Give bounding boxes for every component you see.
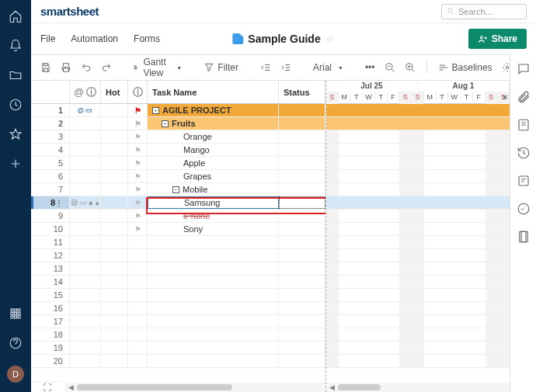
- avatar[interactable]: D: [7, 366, 24, 383]
- row-icons[interactable]: @ ▭ ∎ ▴: [70, 196, 101, 209]
- row-icons[interactable]: [70, 210, 101, 222]
- cell-task[interactable]: [148, 236, 279, 248]
- row-number[interactable]: 6: [31, 170, 70, 182]
- flag-cell[interactable]: [128, 289, 148, 301]
- cell-hot[interactable]: [101, 276, 128, 288]
- indent-button[interactable]: [277, 59, 294, 76]
- share-button[interactable]: Share: [468, 29, 527, 49]
- row-icons[interactable]: [70, 276, 101, 288]
- gantt-row[interactable]: [326, 104, 510, 117]
- cell-task[interactable]: [148, 328, 279, 341]
- cell-status[interactable]: [279, 315, 325, 328]
- cell-status[interactable]: [279, 210, 325, 222]
- flag-cell[interactable]: ⚑: [128, 223, 148, 235]
- h-scrollbar-right[interactable]: ◀: [326, 383, 510, 392]
- h-scrollbar-left[interactable]: ◀: [65, 383, 325, 392]
- table-row[interactable]: 20: [31, 355, 325, 368]
- flag-cell[interactable]: [128, 355, 148, 367]
- row-number[interactable]: 10: [31, 223, 70, 235]
- gantt-body[interactable]: [326, 104, 510, 368]
- row-number[interactable]: 19: [31, 342, 70, 354]
- table-row[interactable]: 5⚑Apple: [31, 157, 325, 170]
- gantt-row[interactable]: [326, 196, 510, 210]
- attachments-icon[interactable]: [517, 90, 531, 104]
- table-row[interactable]: 10⚑Sony: [31, 223, 325, 236]
- history-icon[interactable]: [517, 146, 531, 160]
- cell-status[interactable]: [279, 144, 325, 156]
- cell-task[interactable]: [148, 342, 279, 354]
- menu-file[interactable]: File: [40, 33, 55, 44]
- flag-cell[interactable]: ⚑: [128, 157, 148, 169]
- row-icons[interactable]: [70, 262, 101, 275]
- flag-cell[interactable]: [128, 236, 148, 248]
- row-number[interactable]: 5: [31, 157, 70, 169]
- gantt-row[interactable]: [326, 249, 510, 262]
- cell-task[interactable]: -AGILE PROJECT: [148, 104, 279, 116]
- gantt-row[interactable]: [326, 144, 510, 157]
- cell-hot[interactable]: [101, 315, 128, 328]
- row-number[interactable]: 2: [31, 117, 70, 130]
- row-icons[interactable]: [70, 223, 101, 235]
- gantt-row[interactable]: [326, 302, 510, 315]
- row-icons[interactable]: [70, 355, 101, 367]
- flag-cell[interactable]: ⚑: [128, 210, 148, 222]
- help-icon[interactable]: [9, 336, 23, 350]
- row-icons[interactable]: @ ▭: [70, 104, 101, 116]
- table-row[interactable]: 3⚑Orange: [31, 130, 325, 144]
- cell-status[interactable]: [279, 262, 325, 275]
- flag-cell[interactable]: ⚑: [128, 117, 148, 130]
- row-icons[interactable]: [70, 315, 101, 328]
- gantt-row[interactable]: [326, 328, 510, 342]
- more-button[interactable]: •••: [362, 59, 378, 76]
- cell-hot[interactable]: [101, 117, 128, 130]
- home-icon[interactable]: [9, 9, 23, 23]
- cell-hot[interactable]: [101, 223, 128, 235]
- cell-task[interactable]: [148, 302, 279, 314]
- gantt-row[interactable]: [326, 183, 510, 196]
- flag-cell[interactable]: ⚑: [128, 144, 148, 156]
- cell-task[interactable]: -Fruits: [148, 117, 279, 130]
- cell-task[interactable]: Grapes: [148, 170, 279, 182]
- menu-automation[interactable]: Automation: [71, 33, 118, 44]
- cell-task[interactable]: -Mobile: [148, 183, 279, 196]
- cell-task[interactable]: [148, 249, 279, 262]
- cell-hot[interactable]: [101, 183, 128, 196]
- gantt-row[interactable]: [326, 276, 510, 289]
- gantt-row[interactable]: [326, 315, 510, 328]
- gantt-row[interactable]: [326, 210, 510, 223]
- flag-cell[interactable]: ⚑: [128, 130, 148, 143]
- row-number[interactable]: 8 ⋮: [31, 196, 70, 209]
- recent-icon[interactable]: [9, 98, 23, 112]
- gantt-row[interactable]: [326, 117, 510, 130]
- cell-status[interactable]: [279, 289, 325, 301]
- cell-task[interactable]: Mango: [148, 144, 279, 156]
- undo-button[interactable]: [78, 59, 95, 76]
- cell-status[interactable]: [279, 117, 325, 130]
- cell-status[interactable]: [279, 130, 325, 143]
- save-button[interactable]: [37, 59, 54, 76]
- table-row[interactable]: 12: [31, 249, 325, 262]
- row-number[interactable]: 18: [31, 328, 70, 341]
- table-row[interactable]: 7⚑-Mobile: [31, 183, 325, 196]
- apps-icon[interactable]: [9, 307, 23, 321]
- cell-status[interactable]: [279, 157, 325, 169]
- row-icons[interactable]: [70, 249, 101, 262]
- cell-hot[interactable]: [101, 328, 128, 341]
- status-header[interactable]: Status: [279, 81, 325, 103]
- flag-cell[interactable]: ⚑: [128, 170, 148, 182]
- hot-header[interactable]: Hot: [101, 81, 128, 103]
- task-header[interactable]: Task Name: [148, 81, 279, 103]
- row-number[interactable]: 1: [31, 104, 70, 116]
- gantt-row[interactable]: [326, 130, 510, 144]
- flag-cell[interactable]: [128, 315, 148, 328]
- gantt-row[interactable]: [326, 236, 510, 249]
- cell-hot[interactable]: [101, 262, 128, 275]
- table-row[interactable]: 4⚑Mango: [31, 144, 325, 157]
- table-row[interactable]: 19: [31, 342, 325, 355]
- cell-hot[interactable]: [101, 236, 128, 248]
- cell-status[interactable]: [279, 223, 325, 235]
- table-row[interactable]: 13: [31, 262, 325, 276]
- star-icon[interactable]: [9, 127, 23, 141]
- cell-task[interactable]: [148, 289, 279, 301]
- cell-task[interactable]: iPhone: [148, 210, 279, 222]
